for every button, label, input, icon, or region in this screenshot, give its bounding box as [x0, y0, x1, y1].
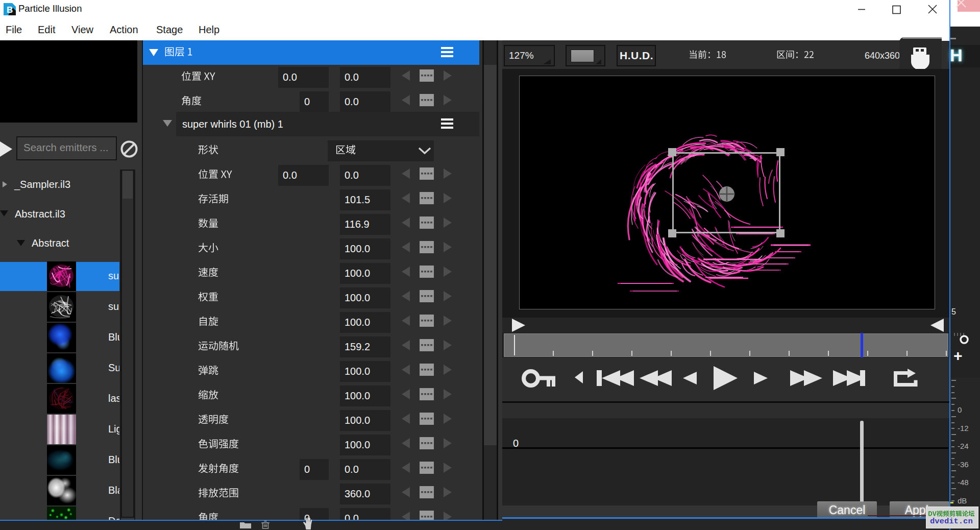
svg-text:B: B — [7, 5, 13, 15]
